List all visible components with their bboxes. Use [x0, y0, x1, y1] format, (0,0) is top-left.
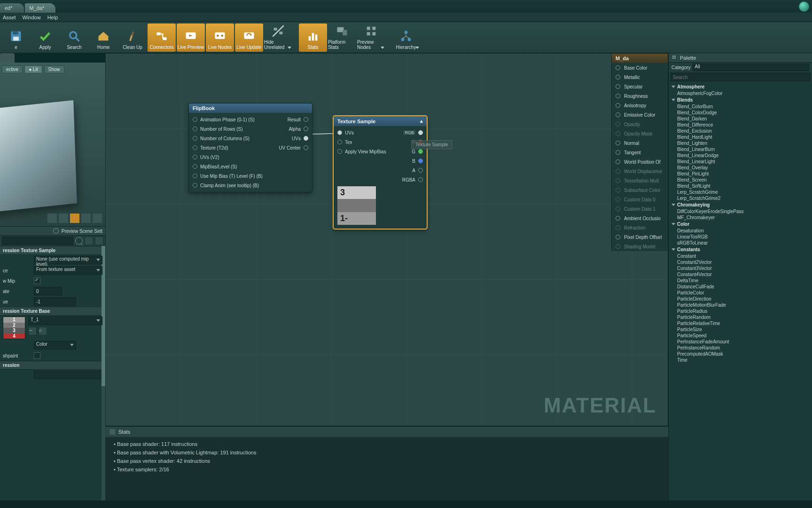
- stats-toggle[interactable]: Stats: [299, 24, 327, 52]
- palette-category[interactable]: Chromakeying: [669, 201, 812, 208]
- palette-item[interactable]: Blend_Lighten: [669, 140, 812, 146]
- shpaint-checkbox[interactable]: [34, 352, 40, 359]
- result-pin[interactable]: Metallic: [612, 72, 668, 82]
- palette-category[interactable]: Atmosphere: [669, 83, 812, 90]
- palette-item[interactable]: Blend_Exclusion: [669, 128, 812, 134]
- palette-item[interactable]: ParticleRadius: [669, 308, 812, 314]
- details-section-texture-sample[interactable]: ression Texture Sample: [0, 246, 105, 255]
- palette-category[interactable]: Blends: [669, 96, 812, 103]
- palette-item[interactable]: Blend_HardLight: [669, 134, 812, 140]
- result-pin[interactable]: Roughness: [612, 91, 668, 101]
- palette-item[interactable]: Blend_Difference: [669, 122, 812, 128]
- viewport-shape-cube-icon[interactable]: [81, 213, 91, 223]
- viewport-show-dropdown[interactable]: Show: [44, 65, 64, 73]
- result-pin[interactable]: Opacity Mask: [612, 129, 668, 138]
- palette-item[interactable]: PrecomputedAOMask: [669, 351, 812, 357]
- palette-item[interactable]: DistanceCullFade: [669, 284, 812, 290]
- result-pin[interactable]: Tangent: [612, 148, 668, 157]
- viewport-perspective-dropdown[interactable]: ective: [2, 65, 23, 73]
- palette-category[interactable]: Color: [669, 221, 812, 228]
- palette-item[interactable]: DeltaTime: [669, 278, 812, 284]
- viewport-lit-dropdown[interactable]: ● Lit: [24, 65, 42, 73]
- apply-button[interactable]: Apply: [31, 24, 59, 52]
- result-pin[interactable]: Refraction: [612, 223, 668, 232]
- details-scrollbar[interactable]: [102, 246, 105, 500]
- hide-unrelated-button[interactable]: Hide Unrelated: [264, 24, 292, 52]
- sampler-type-dropdown[interactable]: Color: [34, 341, 76, 349]
- details-eye-toggle[interactable]: [95, 237, 103, 245]
- live-nodes-toggle[interactable]: Live Nodes: [206, 24, 234, 52]
- palette-item[interactable]: sRGBToLinear: [669, 240, 812, 246]
- details-search-input[interactable]: [2, 237, 73, 245]
- palette-item[interactable]: DiffColorKeyerErodeSinglePass: [669, 208, 812, 214]
- texture-asset-dropdown[interactable]: T_1: [28, 317, 102, 325]
- palette-item[interactable]: Blend_LinearBurn: [669, 146, 812, 152]
- palette-item[interactable]: Blend_LinearDodge: [669, 152, 812, 159]
- menu-asset[interactable]: Asset: [3, 15, 16, 20]
- palette-item[interactable]: Constant2Vector: [669, 259, 812, 265]
- result-pin[interactable]: Opacity: [612, 119, 668, 129]
- node-texture-sample[interactable]: Texture Sample▴ UVsRGB TexR Apply View M…: [333, 116, 427, 229]
- preview-scene-tab[interactable]: Preview Scene Sett: [62, 229, 102, 234]
- preview-scene-gear-icon[interactable]: [53, 228, 59, 234]
- result-pin[interactable]: Custom Data 0: [612, 195, 668, 204]
- platform-stats-button[interactable]: Platform Stats: [328, 24, 356, 52]
- palette-item[interactable]: Blend_ColorBurn: [669, 103, 812, 110]
- viewport-shape-plane-icon[interactable]: [70, 213, 80, 223]
- palette-item[interactable]: ParticleSize: [669, 326, 812, 333]
- palette-category-dropdown[interactable]: All: [693, 64, 809, 71]
- hierarchy-button[interactable]: Hierarchy: [392, 24, 420, 52]
- node-flipbook[interactable]: FlipBook Animation Phase (0-1) (S)Result…: [188, 103, 312, 192]
- result-pin[interactable]: Shading Model: [612, 242, 668, 251]
- texture-find-icon[interactable]: ⌕: [39, 327, 47, 335]
- result-pin[interactable]: Custom Data 1: [612, 204, 668, 214]
- 3d-viewport[interactable]: ective ● Lit Show: [0, 63, 105, 226]
- viewport-tab[interactable]: [0, 53, 15, 63]
- result-pin[interactable]: World Position Of: [612, 157, 668, 167]
- result-pin[interactable]: Specular: [612, 82, 668, 91]
- details-section-expression[interactable]: ression: [0, 361, 105, 370]
- palette-item[interactable]: Constant4Vector: [669, 271, 812, 278]
- details-section-texture-base[interactable]: ression Texture Base: [0, 307, 105, 316]
- material-graph[interactable]: Zoom 1:1 MATERIAL FlipBook Animation Pha…: [105, 53, 668, 426]
- menu-help[interactable]: Help: [47, 15, 58, 20]
- palette-item[interactable]: LinearTosRGB: [669, 234, 812, 240]
- palette-item[interactable]: ParticleSpeed: [669, 333, 812, 339]
- sampler-source-dropdown[interactable]: From texture asset: [34, 266, 102, 275]
- palette-item[interactable]: ParticleDirection: [669, 296, 812, 302]
- material-tab[interactable]: M_da*: [25, 3, 56, 13]
- result-pin[interactable]: Emissive Color: [612, 110, 668, 119]
- search-icon[interactable]: [75, 237, 83, 245]
- palette-item[interactable]: Blend_ColorDodge: [669, 110, 812, 116]
- search-button[interactable]: Search: [60, 24, 88, 52]
- material-result-node[interactable]: M_da Base ColorMetallicSpecularRoughness…: [611, 54, 668, 251]
- menu-window[interactable]: Window: [23, 15, 41, 20]
- palette-item[interactable]: Time: [669, 357, 812, 363]
- palette-item[interactable]: ParticleRandom: [669, 314, 812, 320]
- details-view-toggle[interactable]: [85, 237, 93, 245]
- palette-item[interactable]: MF_Chromakeyer: [669, 214, 812, 221]
- result-pin[interactable]: World Displaceme: [612, 167, 668, 176]
- viewport-shape-cylinder-icon[interactable]: [47, 213, 57, 223]
- ue-input[interactable]: [34, 297, 76, 306]
- palette-item[interactable]: Lerp_ScratchGrime2: [669, 195, 812, 201]
- result-pin[interactable]: Normal: [612, 138, 668, 148]
- palette-item[interactable]: Blend_Darken: [669, 116, 812, 122]
- viewport-shape-custom-icon[interactable]: [92, 213, 102, 223]
- palette-search-input[interactable]: [671, 73, 810, 81]
- save-button[interactable]: e: [2, 24, 30, 52]
- view-mip-checkbox[interactable]: [34, 278, 40, 284]
- palette-item[interactable]: ParticleColor: [669, 290, 812, 296]
- live-preview-toggle[interactable]: Live Preview: [177, 24, 205, 52]
- ue-logo-icon[interactable]: [799, 1, 809, 12]
- palette-item[interactable]: Constant: [669, 253, 812, 259]
- mip-value-dropdown[interactable]: None (use computed mip level): [34, 256, 102, 264]
- palette-item[interactable]: Blend_Screen: [669, 177, 812, 183]
- palette-item[interactable]: PerInstanceRandom: [669, 345, 812, 351]
- palette-item[interactable]: PerInstanceFadeAmount: [669, 339, 812, 345]
- editor-tab[interactable]: ed*: [0, 3, 24, 13]
- palette-item[interactable]: Lerp_ScratchGrime: [669, 189, 812, 195]
- connectors-toggle[interactable]: Connectors: [148, 24, 176, 52]
- viewport-shape-sphere-icon[interactable]: [58, 213, 69, 223]
- texture-thumbnail[interactable]: 1234: [3, 317, 25, 339]
